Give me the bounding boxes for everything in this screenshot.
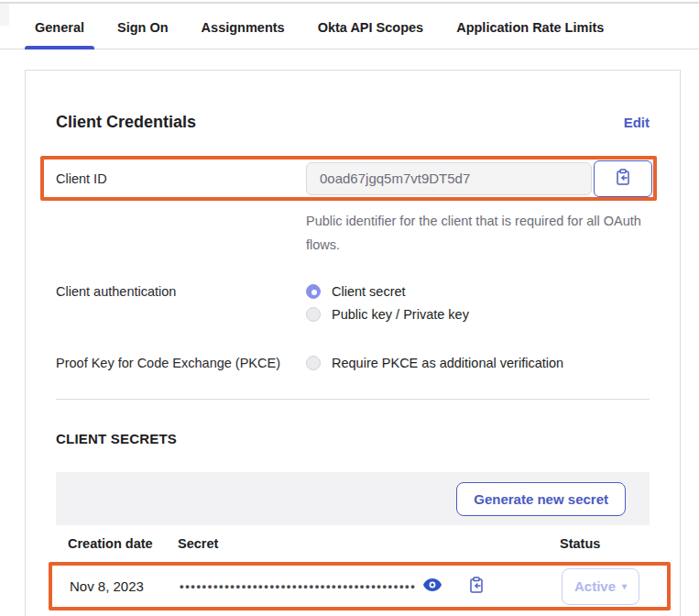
secret-cell: ••••••••••••••••••••••••••••••••••••••••… — [180, 575, 562, 599]
tab-okta-api-scopes[interactable]: Okta API Scopes — [318, 11, 424, 49]
reveal-secret-button[interactable] — [421, 577, 443, 596]
highlight-box-client-id: Client ID 0oad67jgq5m7vt9DT5d7 — [40, 156, 657, 201]
tab-bar: General Sign On Assignments Okta API Sco… — [0, 11, 699, 50]
top-divider — [0, 2, 699, 4]
generate-new-secret-button[interactable]: Generate new secret — [456, 482, 626, 516]
client-credentials-header: Client Credentials Edit — [56, 113, 650, 132]
edit-link[interactable]: Edit — [624, 115, 650, 130]
client-authentication-row: Client authentication Client secret Publ… — [56, 284, 650, 322]
pkce-row: Proof Key for Code Exchange (PKCE) Requi… — [56, 356, 650, 370]
radio-public-private-key-label: Public key / Private key — [332, 307, 469, 322]
client-id-value-field: 0oad67jgq5m7vt9DT5d7 — [306, 162, 592, 195]
radio-unselected-icon — [306, 307, 321, 322]
status-dropdown-button[interactable]: Active ▾ — [562, 568, 639, 605]
clipboard-copy-icon — [469, 577, 484, 597]
client-id-field-group: 0oad67jgq5m7vt9DT5d7 — [306, 160, 652, 197]
highlight-box-secret-row: Nov 8, 2023 ••••••••••••••••••••••••••••… — [49, 562, 671, 610]
section-title: Client Credentials — [56, 113, 196, 132]
eye-icon — [423, 578, 442, 594]
column-header-secret: Secret — [178, 536, 560, 551]
column-header-creation-date: Creation date — [68, 536, 178, 551]
clipboard-copy-icon — [616, 169, 630, 189]
table-row: Nov 8, 2023 ••••••••••••••••••••••••••••… — [52, 566, 667, 607]
tab-sign-on[interactable]: Sign On — [117, 11, 169, 49]
general-settings-card: Client Credentials Edit Client ID 0oad67… — [25, 70, 681, 616]
client-id-help-text: Public identifier for the client that is… — [306, 209, 647, 257]
corner-artifact — [0, 4, 9, 26]
tab-assignments[interactable]: Assignments — [202, 11, 285, 49]
radio-client-secret[interactable]: Client secret — [306, 284, 469, 299]
radio-selected-icon — [306, 284, 321, 299]
copy-client-id-button[interactable] — [594, 160, 652, 197]
masked-secret-value: ••••••••••••••••••••••••••••••••••••••••… — [180, 580, 416, 592]
tab-application-rate-limits[interactable]: Application Rate Limits — [456, 11, 604, 49]
section-divider — [56, 399, 650, 400]
table-header-row: Creation date Secret Status — [56, 525, 650, 562]
client-id-label: Client ID — [56, 171, 306, 186]
tab-general[interactable]: General — [35, 11, 84, 49]
checkbox-unchecked-icon — [306, 356, 321, 370]
status-label: Active — [574, 578, 616, 594]
require-pkce-label: Require PKCE as additional verification — [332, 356, 563, 370]
copy-secret-button[interactable] — [467, 575, 486, 599]
table-toolbar: Generate new secret — [56, 472, 650, 525]
client-authentication-options: Client secret Public key / Private key — [306, 284, 469, 322]
client-authentication-label: Client authentication — [56, 284, 306, 322]
client-secrets-title: CLIENT SECRETS — [56, 431, 650, 446]
secret-creation-date: Nov 8, 2023 — [70, 578, 180, 594]
radio-public-private-key[interactable]: Public key / Private key — [306, 307, 469, 322]
radio-client-secret-label: Client secret — [332, 284, 406, 299]
caret-down-icon: ▾ — [622, 581, 627, 591]
column-header-status: Status — [560, 536, 650, 551]
pkce-label: Proof Key for Code Exchange (PKCE) — [56, 356, 306, 370]
client-id-row: Client ID 0oad67jgq5m7vt9DT5d7 — [44, 160, 653, 197]
checkbox-require-pkce[interactable]: Require PKCE as additional verification — [306, 356, 563, 370]
client-secrets-table: Generate new secret Creation date Secret… — [56, 472, 650, 610]
